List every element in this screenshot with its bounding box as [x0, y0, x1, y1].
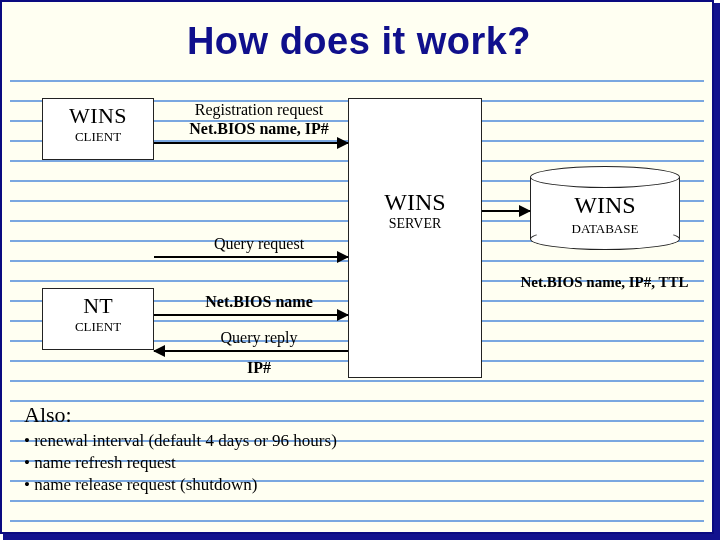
database-caption: Net.BIOS name, IP#, TTL [492, 274, 717, 291]
arrow-server-to-db [482, 210, 530, 212]
wins-server-sub: SERVER [349, 216, 481, 232]
also-item-0: • renewal interval (default 4 days or 96… [24, 430, 672, 452]
registration-request-line1: Registration request [170, 100, 348, 119]
ip-hash-label: IP# [170, 358, 348, 377]
arrow-query-reply [154, 350, 348, 352]
wins-database-cylinder: WINS DATABASE [530, 166, 680, 250]
nt-client-title: NT [43, 293, 153, 319]
wins-client-box: WINS CLIENT [42, 98, 154, 160]
slide: How does it work? WINS CLIENT NT CLIENT … [0, 0, 714, 534]
wins-server-title: WINS [349, 189, 481, 216]
also-item-1: • name refresh request [24, 452, 672, 474]
query-reply-label: Query reply [170, 328, 348, 347]
also-heading: Also: [24, 402, 672, 428]
arrow-netbios-name [154, 314, 348, 316]
wins-client-sub: CLIENT [43, 129, 153, 145]
slide-title: How does it work? [2, 20, 716, 63]
wins-database-sub: DATABASE [530, 221, 680, 237]
arrow-registration [154, 142, 348, 144]
nt-client-box: NT CLIENT [42, 288, 154, 350]
registration-request-label: Registration request Net.BIOS name, IP# [170, 100, 348, 138]
netbios-name-label: Net.BIOS name [170, 292, 348, 311]
wins-server-box: WINS SERVER [348, 98, 482, 378]
also-section: Also: • renewal interval (default 4 days… [24, 402, 672, 496]
nt-client-sub: CLIENT [43, 319, 153, 335]
also-item-2: • name release request (shutdown) [24, 474, 672, 496]
registration-request-line2: Net.BIOS name, IP# [170, 119, 348, 138]
arrow-query-request [154, 256, 348, 258]
wins-database-title: WINS [530, 192, 680, 219]
wins-client-title: WINS [43, 103, 153, 129]
query-request-label: Query request [170, 234, 348, 253]
